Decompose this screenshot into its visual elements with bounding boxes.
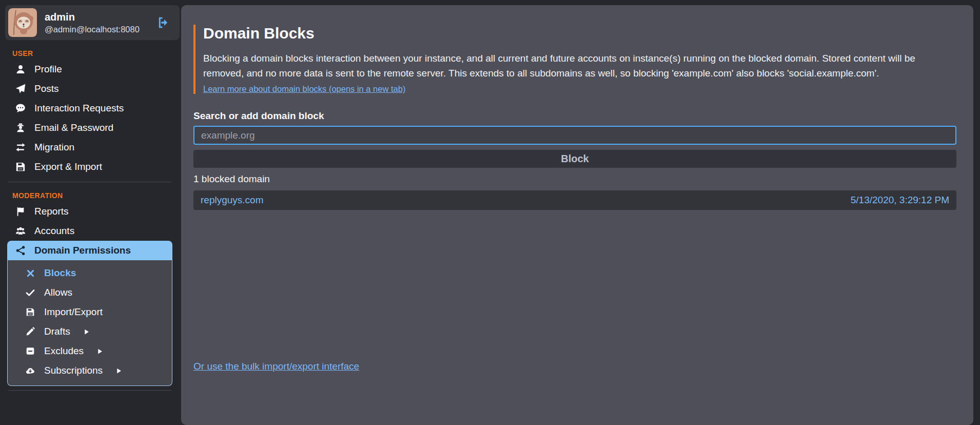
blocked-domain-row[interactable]: replyguys.com 5/13/2020, 3:29:12 PM bbox=[193, 190, 956, 210]
chevron-right-icon bbox=[96, 348, 103, 355]
domain-search-input[interactable] bbox=[193, 126, 956, 145]
submenu-item-blocks[interactable]: Blocks bbox=[8, 263, 172, 283]
sidebar-item-interaction-requests[interactable]: Interaction Requests bbox=[7, 99, 172, 118]
avatar bbox=[8, 8, 37, 37]
submenu-item-allows[interactable]: Allows bbox=[8, 283, 172, 302]
sidebar-item-label: Posts bbox=[34, 83, 59, 94]
search-label: Search or add domain block bbox=[193, 110, 956, 122]
sidebar-item-reports[interactable]: Reports bbox=[7, 202, 172, 221]
submenu-item-excludes[interactable]: Excludes bbox=[8, 341, 172, 361]
sidebar-item-label: Accounts bbox=[34, 225, 74, 237]
sidebar-nav: USER Profile Posts Interaction Requests bbox=[5, 49, 174, 391]
user-card[interactable]: admin @admin@localhost:8080 bbox=[5, 5, 180, 40]
sidebar-item-label: Domain Permissions bbox=[34, 245, 131, 256]
user-handle: @admin@localhost:8080 bbox=[45, 25, 140, 34]
sidebar-item-label: Profile bbox=[34, 64, 62, 75]
floppy-disk-icon bbox=[25, 307, 35, 317]
user-icon bbox=[15, 64, 26, 74]
paper-plane-icon bbox=[15, 84, 26, 94]
app-window: admin @admin@localhost:8080 USER Profile bbox=[0, 0, 980, 425]
section-label-user: USER bbox=[12, 49, 172, 57]
sidebar-item-migration[interactable]: Migration bbox=[7, 138, 172, 157]
sidebar-item-label: Migration bbox=[34, 142, 74, 153]
cloud-download-icon bbox=[25, 366, 35, 375]
users-icon bbox=[15, 226, 26, 236]
user-secret-icon bbox=[15, 123, 26, 133]
page-description: Blocking a domain blocks interaction bet… bbox=[203, 51, 956, 81]
main-panel: Domain Blocks Blocking a domain blocks i… bbox=[181, 5, 973, 425]
sidebar-item-accounts[interactable]: Accounts bbox=[7, 221, 172, 241]
chevron-right-icon bbox=[83, 329, 90, 335]
submenu-item-label: Excludes bbox=[44, 345, 84, 357]
submenu-item-label: Blocks bbox=[44, 267, 76, 279]
submenu-item-drafts[interactable]: Drafts bbox=[8, 322, 172, 341]
chevron-right-icon bbox=[115, 368, 122, 374]
block-button[interactable]: Block bbox=[193, 150, 956, 168]
flag-icon bbox=[15, 206, 26, 217]
page-heading-block: Domain Blocks Blocking a domain blocks i… bbox=[193, 25, 956, 94]
sidebar-item-label: Reports bbox=[34, 206, 69, 217]
submenu-item-subscriptions[interactable]: Subscriptions bbox=[8, 361, 172, 380]
comment-dots-icon bbox=[15, 103, 26, 113]
submenu-item-label: Subscriptions bbox=[44, 365, 103, 376]
learn-more-link[interactable]: Learn more about domain blocks (opens in… bbox=[203, 84, 405, 93]
minus-square-icon bbox=[25, 346, 35, 356]
user-name: admin bbox=[45, 11, 140, 23]
sidebar: admin @admin@localhost:8080 USER Profile bbox=[0, 0, 181, 425]
sidebar-item-export-import[interactable]: Export & Import bbox=[7, 157, 172, 177]
floppy-disk-icon bbox=[15, 162, 26, 172]
section-label-moderation: MODERATION bbox=[12, 191, 172, 200]
user-info: admin @admin@localhost:8080 bbox=[45, 11, 140, 34]
sidebar-item-label: Email & Password bbox=[34, 122, 113, 133]
bulk-import-export-link[interactable]: Or use the bulk import/export interface bbox=[193, 361, 359, 372]
domain-permissions-submenu: Blocks Allows Import/Export bbox=[7, 260, 172, 386]
sidebar-item-label: Export & Import bbox=[34, 161, 102, 172]
logout-icon[interactable] bbox=[157, 16, 177, 29]
sidebar-item-domain-permissions[interactable]: Domain Permissions bbox=[7, 241, 172, 260]
page-title: Domain Blocks bbox=[203, 25, 956, 42]
submenu-item-import-export[interactable]: Import/Export bbox=[8, 302, 172, 322]
share-nodes-icon bbox=[15, 245, 26, 256]
submenu-item-label: Drafts bbox=[44, 326, 70, 337]
sidebar-divider bbox=[8, 390, 171, 391]
submenu-item-label: Allows bbox=[44, 287, 72, 298]
xmark-icon bbox=[25, 269, 35, 278]
sidebar-item-profile[interactable]: Profile bbox=[7, 60, 172, 79]
blocked-domain-date: 5/13/2020, 3:29:12 PM bbox=[851, 195, 949, 206]
blocked-domain-link[interactable]: replyguys.com bbox=[201, 195, 264, 206]
pencil-icon bbox=[25, 327, 35, 336]
arrows-left-right-icon bbox=[15, 142, 26, 152]
sidebar-divider bbox=[8, 182, 171, 182]
blocked-domain-count: 1 blocked domain bbox=[193, 173, 956, 185]
submenu-item-label: Import/Export bbox=[44, 306, 103, 318]
sidebar-item-posts[interactable]: Posts bbox=[7, 79, 172, 99]
sidebar-item-email-password[interactable]: Email & Password bbox=[7, 118, 172, 138]
sidebar-item-label: Interaction Requests bbox=[34, 103, 124, 114]
check-icon bbox=[25, 288, 35, 297]
